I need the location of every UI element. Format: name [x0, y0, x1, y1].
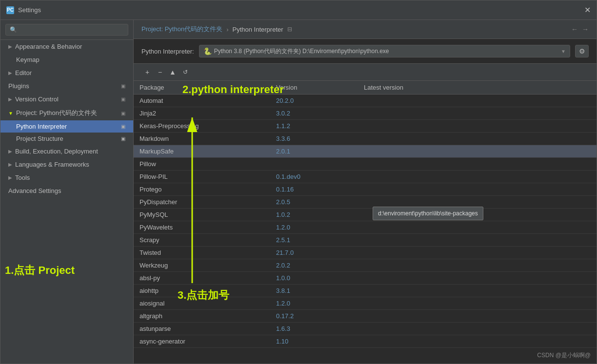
package-version: 2.0.2: [270, 259, 358, 272]
package-latest: [358, 335, 597, 348]
table-row[interactable]: aiohttp3.8.1: [134, 285, 597, 297]
table-row[interactable]: PyWavelets1.2.0: [134, 221, 597, 234]
app-icon: PC: [6, 6, 14, 14]
table-row[interactable]: Pillow: [134, 158, 597, 171]
package-latest: [358, 145, 597, 158]
table-row[interactable]: Jinja23.0.2: [134, 107, 597, 120]
package-name: PyWavelets: [134, 221, 270, 234]
version-badge: ▣: [121, 96, 125, 102]
package-version: 1.1.2: [270, 120, 358, 133]
table-row[interactable]: Keras-Preprocessing1.1.2: [134, 120, 597, 133]
refresh-button[interactable]: ↺: [179, 67, 191, 77]
package-version: 1.2.0: [270, 221, 358, 234]
sidebar-item-label: Build, Execution, Deployment: [15, 148, 98, 155]
package-version: 3.8.1: [270, 285, 358, 297]
package-name: Jinja2: [134, 107, 270, 120]
table-row[interactable]: Pillow-PIL0.1.dev0: [134, 171, 597, 183]
sidebar-item-advanced[interactable]: Advanced Settings: [0, 184, 133, 197]
table-row[interactable]: aiosignal1.2.0: [134, 297, 597, 310]
tooltip-box: d:\enviroment\python\lib\site-packages: [373, 207, 483, 220]
sidebar-item-editor[interactable]: ▶ Editor: [0, 66, 133, 79]
package-version: 21.7.0: [270, 247, 358, 259]
package-latest: [358, 247, 597, 259]
package-version: 1.2.0: [270, 297, 358, 310]
breadcrumb-parent[interactable]: Project: Python代码的文件夹: [141, 25, 222, 34]
package-latest: [358, 323, 597, 335]
package-name: Twisted: [134, 247, 270, 259]
package-name: Markdown: [134, 133, 270, 145]
breadcrumb-pin-icon: ⊟: [287, 26, 292, 33]
col-latest[interactable]: Latest version: [358, 81, 597, 95]
sidebar-item-languages[interactable]: ▶ Languages & Frameworks: [0, 158, 133, 171]
breadcrumb-bar: Project: Python代码的文件夹 › Python Interpret…: [134, 20, 597, 39]
package-name: Pillow: [134, 158, 270, 171]
search-box: [0, 20, 133, 40]
expand-arrow: ▶: [8, 149, 12, 154]
sidebar-item-project[interactable]: ▼ Project: Python代码的文件夹 ▣: [0, 106, 133, 120]
sidebar-item-project-structure[interactable]: Project Structure ▣: [0, 133, 133, 145]
package-version: 0.1.dev0: [270, 171, 358, 183]
sidebar-item-version-control[interactable]: ▶ Version Control ▣: [0, 93, 133, 106]
interpreter-badge: ▣: [121, 124, 125, 129]
sidebar-item-appearance[interactable]: ▶ Appearance & Behavior: [0, 40, 133, 53]
up-button[interactable]: ▲: [167, 67, 179, 77]
sidebar-item-label: Languages & Frameworks: [15, 161, 89, 168]
nav-back-arrow[interactable]: ←: [571, 25, 578, 33]
sidebar-item-python-interpreter[interactable]: Python Interpreter ▣: [0, 120, 133, 133]
packages-table-container[interactable]: Package Version Latest version Automat20…: [134, 81, 597, 364]
remove-package-button[interactable]: −: [154, 67, 166, 77]
expand-arrow: ▶: [8, 175, 12, 180]
interpreter-select[interactable]: 🐍 Python 3.8 (Python代码的文件夹) D:\Enviromen…: [199, 45, 570, 57]
main-panel: Project: Python代码的文件夹 › Python Interpret…: [134, 20, 597, 364]
package-name: Keras-Preprocessing: [134, 120, 270, 133]
package-version: 1.0.0: [270, 272, 358, 285]
package-name: Scrapy: [134, 234, 270, 247]
package-latest: [358, 234, 597, 247]
package-latest: [358, 310, 597, 323]
package-name: Automat: [134, 95, 270, 107]
package-latest: [358, 171, 597, 183]
package-version: 2.0.1: [270, 145, 358, 158]
sidebar-item-label: Project: Python代码的文件夹: [16, 109, 97, 117]
table-row[interactable]: async-generator1.10: [134, 335, 597, 348]
package-name: Werkzeug: [134, 259, 270, 272]
col-package[interactable]: Package: [134, 81, 270, 95]
table-row[interactable]: Protego0.1.16: [134, 183, 597, 196]
dropdown-arrow-icon: ▼: [561, 49, 566, 54]
close-button[interactable]: ✕: [584, 6, 591, 14]
search-input[interactable]: [5, 24, 128, 36]
table-row[interactable]: Automat20.2.0: [134, 95, 597, 107]
table-row[interactable]: PyDispatcher2.0.5: [134, 196, 597, 209]
table-row[interactable]: Werkzeug2.0.2: [134, 259, 597, 272]
expand-arrow: ▶: [8, 162, 12, 167]
interpreter-select-text: Python 3.8 (Python代码的文件夹) D:\Enviroment\…: [214, 47, 557, 56]
table-row[interactable]: altgraph0.17.2: [134, 310, 597, 323]
table-row[interactable]: PyMySQL1.0.2: [134, 209, 597, 221]
sidebar-item-build[interactable]: ▶ Build, Execution, Deployment: [0, 145, 133, 158]
sidebar-item-tools[interactable]: ▶ Tools: [0, 171, 133, 184]
settings-window: PC Settings ✕ ▶ Appearance & Behavior Ke…: [0, 0, 597, 364]
table-row[interactable]: Twisted21.7.0: [134, 247, 597, 259]
package-version: 1.0.2: [270, 209, 358, 221]
breadcrumb-separator: ›: [226, 26, 228, 33]
package-version: 2.5.1: [270, 234, 358, 247]
sidebar-item-keymap[interactable]: Keymap: [0, 53, 133, 66]
col-version[interactable]: Version: [270, 81, 358, 95]
gear-button[interactable]: ⚙: [575, 45, 589, 57]
table-row[interactable]: astunparse1.6.3: [134, 323, 597, 335]
nav-forward-arrow[interactable]: →: [582, 25, 589, 33]
sidebar-item-label: Editor: [15, 69, 32, 77]
sidebar-item-plugins[interactable]: Plugins ▣: [0, 79, 133, 93]
table-row[interactable]: MarkupSafe2.0.1: [134, 145, 597, 158]
table-row[interactable]: Markdown3.3.6: [134, 133, 597, 145]
package-name: async-generator: [134, 335, 270, 348]
package-name: Protego: [134, 183, 270, 196]
expand-arrow: ▶: [8, 70, 12, 76]
add-package-button[interactable]: +: [141, 67, 153, 77]
package-version: 0.1.16: [270, 183, 358, 196]
table-row[interactable]: absl-py1.0.0: [134, 272, 597, 285]
package-name: PyDispatcher: [134, 196, 270, 209]
package-latest: [358, 285, 597, 297]
table-row[interactable]: Scrapy2.5.1: [134, 234, 597, 247]
sidebar-item-label: Keymap: [16, 56, 40, 63]
